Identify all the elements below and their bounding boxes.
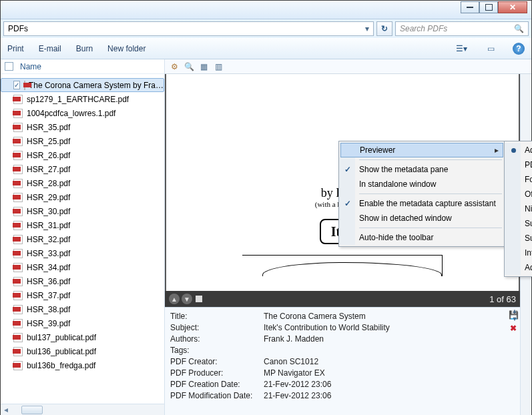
scroll-thumb[interactable]: [21, 406, 43, 414]
metadata-collapse[interactable]: ▲ ▼: [510, 307, 519, 323]
file-name: sp1279_1_EARTHCARE.pdf: [27, 95, 129, 104]
titlebar[interactable]: [1, 1, 531, 19]
file-row[interactable]: HSR_32.pdf: [1, 232, 164, 246]
menu-previewer[interactable]: Previewer ▸: [340, 143, 503, 157]
file-row[interactable]: HSR_35.pdf: [1, 120, 164, 134]
file-row[interactable]: HSR_34.pdf: [1, 260, 164, 274]
file-list[interactable]: ✓The Corona Camera System by Fra…sp1279_…: [1, 74, 164, 404]
file-list-header[interactable]: Name: [1, 59, 164, 74]
metadata-value[interactable]: Frank J. Madden: [264, 334, 324, 346]
file-row[interactable]: HSR_25.pdf: [1, 134, 164, 148]
metadata-value[interactable]: Canon SC1012: [264, 357, 318, 368]
metadata-row: PDF Creator:Canon SC1012: [170, 357, 501, 368]
menu-label: In standalone window: [359, 179, 436, 189]
prev-page-button[interactable]: ▲: [169, 294, 180, 304]
metadata-key: Subject:: [170, 323, 264, 334]
metadata-wrap: Title:The Corona Camera SystemSubject:It…: [165, 307, 531, 415]
body: Name ✓The Corona Camera System by Fra…sp…: [1, 59, 531, 415]
file-row[interactable]: HSR_31.pdf: [1, 218, 164, 232]
file-row[interactable]: HSR_33.pdf: [1, 246, 164, 260]
menu-autohide[interactable]: Auto-hide the toolbar: [340, 230, 503, 245]
check-icon: ✓: [344, 199, 351, 208]
submenu-item[interactable]: PDF-XChange PDF Preview Provider: [506, 157, 532, 172]
metadata-row: Title:The Corona Camera System: [170, 312, 501, 323]
menu-show-metadata[interactable]: ✓ Show the metadata pane: [340, 162, 503, 177]
select-all-checkbox[interactable]: [5, 62, 13, 71]
column-name[interactable]: Name: [20, 62, 41, 71]
file-row[interactable]: HSR_37.pdf: [1, 288, 164, 302]
metadata-value[interactable]: Itek's Contribution to World Stability: [264, 323, 390, 334]
pdf-file-icon: [23, 80, 25, 91]
metadata-key: PDF Creation Date:: [170, 380, 264, 391]
file-row[interactable]: HSR_30.pdf: [1, 204, 164, 218]
zoom-icon[interactable]: 🔍: [182, 61, 196, 73]
file-name: 1004pcdfca_lowres.1.pdf: [27, 109, 115, 118]
file-row[interactable]: bul137_publicat.pdf: [1, 330, 164, 344]
metadata-value[interactable]: 21-Fev-2012 23:06: [264, 380, 331, 391]
submenu-item[interactable]: Internet Explorer assigned PDF reader: [506, 246, 532, 260]
next-page-button[interactable]: ▼: [182, 294, 192, 304]
file-name: HSR_29.pdf: [27, 193, 70, 202]
menu-separator: [359, 159, 502, 160]
menu-standalone[interactable]: In standalone window: [340, 177, 503, 191]
menu-enable-capture[interactable]: ✓ Enable the metadata capture assistant: [340, 196, 503, 211]
submenu-item[interactable]: Sumatra PDF: [506, 231, 532, 246]
file-checkbox[interactable]: ✓: [13, 81, 20, 89]
submenu-item[interactable]: Foxit PDF Preview Handler: [506, 172, 532, 187]
file-name: HSR_37.pdf: [27, 291, 70, 300]
menu-label: Enable the metadata capture assistant: [359, 199, 496, 208]
views-button[interactable]: ☰▾: [454, 41, 469, 56]
file-row[interactable]: HSR_38.pdf: [1, 302, 164, 316]
maximize-button[interactable]: [479, 1, 498, 13]
pdf-file-icon: [13, 318, 23, 329]
metadata-row: PDF Modification Date:21-Fev-2012 23:06: [170, 391, 501, 402]
file-row[interactable]: sp1279_1_EARTHCARE.pdf: [1, 92, 164, 106]
file-row[interactable]: HSR_27.pdf: [1, 162, 164, 176]
submenu-item[interactable]: Nitro PDF Preview Handler: [506, 201, 532, 216]
pdf-file-icon: [13, 136, 23, 147]
file-row[interactable]: HSR_29.pdf: [1, 190, 164, 204]
menu-detached[interactable]: Show in detached window: [340, 211, 503, 226]
address-bar[interactable]: PDFs ▾: [3, 21, 374, 36]
window-controls: [461, 1, 527, 13]
search-box[interactable]: Search PDFs 🔍: [395, 21, 529, 36]
file-row[interactable]: HSR_28.pdf: [1, 176, 164, 190]
file-row[interactable]: HSR_39.pdf: [1, 316, 164, 330]
metadata-value[interactable]: MP Navigator EX: [264, 368, 325, 380]
metadata-value[interactable]: 21-Fev-2012 23:06: [264, 391, 331, 402]
file-row[interactable]: 1004pcdfca_lowres.1.pdf: [1, 106, 164, 120]
file-row[interactable]: bul136b_fredga.pdf: [1, 358, 164, 372]
tool-icon[interactable]: ▥: [212, 61, 225, 73]
address-dropdown-icon[interactable]: ▾: [365, 24, 369, 33]
refresh-button[interactable]: ↻: [376, 21, 392, 36]
submenu-item[interactable]: Adobe PDF Preview Handler for Vista: [506, 143, 532, 157]
file-row[interactable]: HSR_36.pdf: [1, 274, 164, 288]
metadata-row: Tags:: [170, 346, 501, 357]
stop-button[interactable]: [196, 296, 202, 302]
doc-sketch: [242, 255, 443, 276]
delete-metadata-icon[interactable]: ✖: [510, 324, 517, 333]
file-row[interactable]: bul136_publicat.pdf: [1, 344, 164, 358]
preview-pane-button[interactable]: ▭: [483, 41, 498, 56]
address-path: PDFs: [8, 24, 28, 33]
submenu-item[interactable]: SumatraPDF Preview (*.pdf): [506, 216, 532, 231]
settings-icon[interactable]: ⚙: [168, 61, 181, 73]
metadata-key: Authors:: [170, 334, 264, 346]
horizontal-scrollbar[interactable]: ◂: [1, 404, 164, 415]
file-row[interactable]: ✓The Corona Camera System by Fra…: [1, 78, 164, 92]
print-button[interactable]: Print: [7, 44, 24, 53]
submenu-item[interactable]: Official Foxit PDF Preview Handler: [506, 187, 532, 201]
settings-context-menu: Previewer ▸ ✓ Show the metadata pane In …: [338, 141, 505, 247]
submenu-item[interactable]: Adobe Acrobat plugin: [506, 260, 532, 275]
metadata-value[interactable]: The Corona Camera System: [264, 312, 366, 323]
page-icon[interactable]: ▦: [197, 61, 210, 73]
minimize-button[interactable]: [461, 1, 479, 13]
scroll-left-icon[interactable]: ◂: [1, 405, 11, 414]
file-row[interactable]: HSR_26.pdf: [1, 148, 164, 162]
email-button[interactable]: E-mail: [39, 44, 61, 53]
burn-button[interactable]: Burn: [76, 44, 93, 53]
file-name: HSR_39.pdf: [27, 319, 70, 328]
help-button[interactable]: ?: [513, 43, 525, 55]
close-button[interactable]: [498, 1, 527, 13]
new-folder-button[interactable]: New folder: [107, 44, 146, 53]
